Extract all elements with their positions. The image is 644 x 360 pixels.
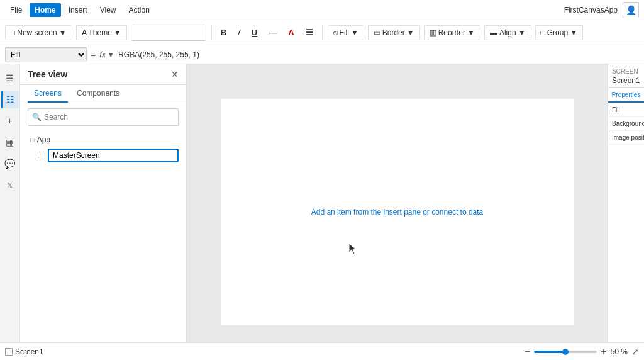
new-screen-icon: □ [11,28,15,37]
theme-icon: A̲ [82,28,87,37]
menu-file[interactable]: File [5,3,27,17]
border-label: Border [382,28,405,37]
tree-panel-header: Tree view ✕ [20,64,186,85]
search-icon: 🔍 [32,113,42,121]
sidebar-treeview-icon[interactable]: ☷ [1,91,19,108]
app-label: App [37,135,50,144]
border-button[interactable]: ▭ Border ▼ [368,25,420,40]
tree-search-box[interactable]: 🔍 [28,108,179,126]
properties-panel: SCREEN Screen1 Properties Fill Backgroun… [608,64,644,360]
fill-label: Fill [340,28,349,37]
props-tab-bar: Properties [608,88,644,103]
theme-chevron: ▼ [114,28,121,37]
bottom-screen-label: Screen1 [15,347,43,356]
group-label: Group [547,28,568,37]
menu-home[interactable]: Home [30,3,60,17]
formula-bar: Fill = fx ▼ [0,45,644,64]
tab-screens[interactable]: Screens [28,85,68,103]
menu-bar: File Home Insert View Action FirstCanvas… [0,0,644,20]
new-screen-label: New screen [17,28,57,37]
border-chevron: ▼ [407,28,414,37]
bottom-bar: Screen1 − + 50 % ⤢ [0,342,644,360]
reorder-chevron: ▼ [467,28,475,37]
zoom-slider[interactable] [534,351,597,353]
menu-insert[interactable]: Insert [64,3,92,17]
sidebar-hamburger-icon[interactable]: ☰ [1,69,19,87]
fill-button[interactable]: ⎋ Fill ▼ [328,25,364,40]
sidebar-chat-icon[interactable]: 💬 [1,155,19,172]
tree-tabs: Screens Components [20,85,186,103]
border-icon: ▭ [374,28,380,37]
ribbon-sep-2 [322,25,323,40]
prop-background: Background [608,117,644,131]
app-title-area: FirstCanvasApp 👤 [564,2,639,18]
sidebar-var-icon[interactable]: 𝕏 [1,176,19,194]
menu-view[interactable]: View [95,3,121,17]
fill-icon: ⎋ [333,28,338,37]
fill-chevron: ▼ [351,28,358,37]
zoom-percent-label: 50 % [611,347,628,356]
canvas-area: Add an item from the insert pane or conn… [187,64,608,360]
expand-icon[interactable]: ⤢ [631,347,639,357]
prop-fill: Fill [608,103,644,117]
zoom-controls: − + 50 % ⤢ [525,347,639,357]
group-chevron: ▼ [570,28,577,37]
new-screen-chevron: ▼ [59,28,67,37]
theme-label: Theme [89,28,112,37]
screen-label: SCREEN [608,64,644,76]
menu-action[interactable]: Action [124,3,155,17]
group-icon: □ [541,28,545,37]
user-icon[interactable]: 👤 [623,2,639,18]
reorder-button[interactable]: ▥ Reorder ▼ [424,25,480,40]
align-icon: ▬ [490,28,497,37]
canvas-hint-text: Add an item from the insert pane or conn… [311,208,484,217]
tree-panel: Tree view ✕ Screens Components 🔍 □ App [20,64,187,360]
canvas-frame[interactable]: Add an item from the insert pane or conn… [221,99,574,325]
reorder-icon: ▥ [430,28,436,37]
underline-button[interactable]: U [248,25,261,40]
font-input[interactable] [131,25,206,41]
tab-components[interactable]: Components [70,85,126,103]
group-button[interactable]: □ Group ▼ [535,25,584,40]
new-screen-button[interactable]: □ New screen ▼ [5,25,72,40]
fx-button[interactable]: fx ▼ [99,50,114,59]
sidebar-data-icon[interactable]: ▦ [1,133,19,151]
tree-panel-close-icon[interactable]: ✕ [171,69,179,79]
prop-image-position: Image positi [608,131,644,145]
property-select[interactable]: Fill [5,47,87,62]
tree-content: □ App [20,131,186,167]
align-chevron: ▼ [518,28,526,37]
search-input[interactable] [44,113,174,121]
align-button[interactable]: ☰ [302,25,317,40]
zoom-slider-fill [534,351,565,353]
tree-node-app[interactable]: □ App [28,133,179,146]
app-expand-icon: □ [30,136,35,143]
italic-button[interactable]: / [234,25,244,40]
equals-sign: = [91,50,96,60]
reorder-label: Reorder [438,28,465,37]
bold-button[interactable]: B [217,25,230,40]
screen-name: Screen1 [608,76,644,88]
ribbon: □ New screen ▼ A̲ Theme ▼ B / U — A ☰ ⎋ … [0,20,644,45]
zoom-in-button[interactable]: + [601,347,606,357]
fx-chevron: ▼ [107,50,114,59]
main-layout: ☰ ☷ + ▦ 💬 𝕏 Tree view ✕ Screens Componen… [0,64,644,360]
screen-name-input[interactable] [48,149,179,162]
bottom-screen-item[interactable]: Screen1 [5,347,43,356]
sidebar-icons: ☰ ☷ + ▦ 💬 𝕏 [0,64,20,360]
masterscreen-checkbox[interactable] [38,152,45,159]
zoom-slider-thumb[interactable] [562,349,569,355]
theme-button[interactable]: A̲ Theme ▼ [76,25,127,40]
tree-panel-title: Tree view [28,69,67,79]
formula-input[interactable] [118,47,639,62]
font-color-button[interactable]: A [284,25,297,40]
zoom-out-button[interactable]: − [525,347,530,357]
strikethrough-button[interactable]: — [265,25,280,40]
tree-item-masterscreen[interactable] [38,149,179,162]
sidebar-add-icon[interactable]: + [1,112,19,130]
align-btn[interactable]: ▬ Align ▼ [484,25,531,40]
tab-properties[interactable]: Properties [608,88,644,103]
app-title-text: FirstCanvasApp [564,6,618,14]
bottom-checkbox[interactable] [5,348,13,356]
ribbon-sep-1 [211,25,212,40]
